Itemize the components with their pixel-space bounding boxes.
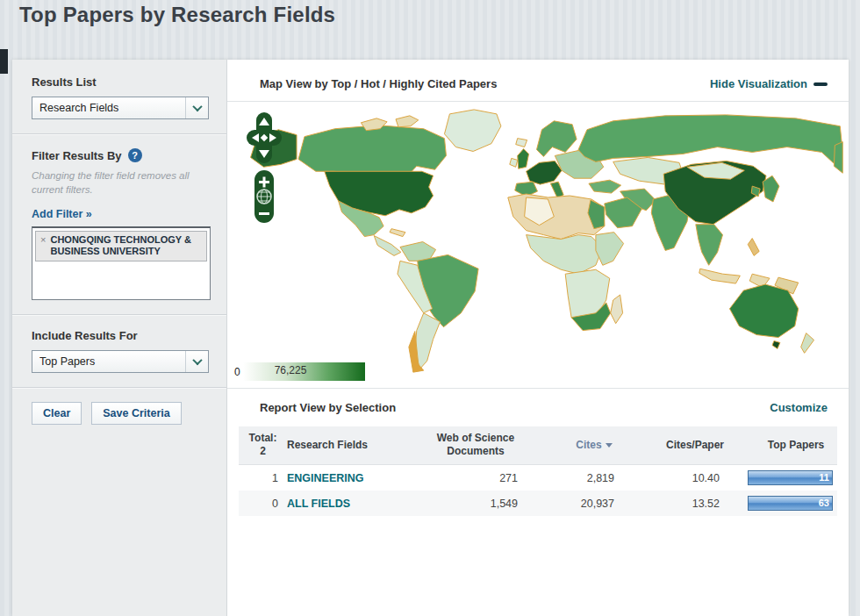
sidebar: Results List Research Fields Filter Resu…: [12, 60, 227, 616]
row-rank: 1: [239, 472, 287, 484]
filter-results-heading: Filter Results By: [32, 149, 122, 162]
field-link[interactable]: ENGINEERING: [287, 472, 364, 484]
map-view-title: Map View by Top / Hot / Highly Cited Pap…: [260, 77, 497, 90]
main-content: Map View by Top / Hot / Highly Cited Pap…: [227, 60, 849, 616]
include-results-value: Top Papers: [32, 355, 185, 368]
chevron-down-icon: [192, 102, 202, 111]
hide-visualization-link[interactable]: Hide Visualization: [710, 77, 828, 90]
column-cites-sorted[interactable]: Cites: [546, 439, 642, 452]
column-research-fields[interactable]: Research Fields: [287, 439, 405, 452]
include-results-heading: Include Results For: [32, 329, 226, 342]
cites-per-paper-value: 10.40: [642, 472, 748, 484]
wos-documents-value: 271: [405, 472, 546, 484]
map-legend: 0 76,225: [234, 362, 365, 381]
sort-desc-icon: [606, 443, 613, 448]
zoom-out-icon: [259, 212, 269, 215]
filter-note: Changing the filter field removes all cu…: [32, 169, 207, 197]
include-results-dropdown[interactable]: Top Papers: [32, 350, 209, 373]
cites-per-paper-value: 13.52: [642, 498, 748, 510]
legend-max: 76,225: [275, 364, 307, 376]
table-row[interactable]: 1 ENGINEERING 271 2,819 10.40 11: [239, 465, 837, 491]
map-navigation-controls[interactable]: [245, 112, 283, 226]
customize-label: Customize: [770, 401, 828, 414]
filter-tag[interactable]: × CHONGQING TECHNOLOGY & BUSINESS UNIVER…: [35, 231, 207, 261]
top-papers-value: 63: [819, 498, 829, 508]
dropdown-arrow-box[interactable]: [185, 351, 208, 372]
results-list-value: Research Fields: [32, 102, 185, 114]
report-view-title: Report View by Selection: [260, 401, 396, 414]
filter-tag-label: CHONGQING TECHNOLOGY & BUSINESS UNIVERSI…: [50, 234, 201, 257]
help-icon[interactable]: ?: [128, 148, 142, 162]
remove-filter-icon[interactable]: ×: [40, 234, 46, 257]
top-papers-bar[interactable]: 11: [748, 470, 833, 485]
legend-min: 0: [234, 366, 240, 378]
dropdown-arrow-box[interactable]: [185, 97, 208, 118]
cites-value: 2,819: [546, 472, 642, 484]
corner-block: [0, 49, 8, 74]
results-list-dropdown[interactable]: Research Fields: [32, 97, 209, 119]
page-title: Top Papers by Research Fields: [19, 3, 335, 27]
table-header-row: Total: 2 Research Fields Web of Science …: [239, 426, 837, 465]
legend-gradient-bar: 76,225: [243, 362, 365, 381]
top-papers-value: 11: [819, 472, 829, 483]
column-top-papers[interactable]: Top Papers: [748, 439, 844, 452]
row-rank: 0: [239, 498, 287, 510]
total-value: 2: [239, 445, 287, 458]
customize-link[interactable]: Customize: [770, 401, 828, 414]
divider: [12, 133, 226, 134]
save-criteria-button[interactable]: Save Criteria: [91, 402, 181, 425]
column-cites-per-paper[interactable]: Cites/Paper: [642, 439, 748, 452]
content-panel: Results List Research Fields Filter Resu…: [12, 60, 849, 616]
total-label: Total:: [239, 432, 287, 445]
add-filter-link[interactable]: Add Filter »: [32, 208, 92, 220]
top-papers-bar[interactable]: 63: [748, 496, 833, 511]
hide-visualization-label: Hide Visualization: [710, 77, 807, 90]
divider: [12, 314, 226, 315]
filter-box[interactable]: × CHONGQING TECHNOLOGY & BUSINESS UNIVER…: [32, 226, 211, 300]
report-table: Total: 2 Research Fields Web of Science …: [239, 426, 837, 516]
world-map-visualization[interactable]: 0 76,225: [227, 102, 849, 388]
wos-documents-value: 1,549: [405, 498, 546, 510]
column-wos-documents[interactable]: Web of Science Documents: [405, 432, 546, 458]
field-link[interactable]: ALL FIELDS: [287, 498, 350, 510]
collapse-minus-icon[interactable]: [813, 82, 828, 86]
table-row[interactable]: 0 ALL FIELDS 1,549 20,937 13.52 63: [239, 491, 837, 516]
total-header: Total: 2: [239, 432, 287, 458]
divider: [12, 387, 226, 388]
cites-value: 20,937: [546, 498, 642, 510]
cites-label: Cites: [576, 439, 601, 452]
chevron-down-icon: [192, 355, 202, 365]
world-map[interactable]: [230, 104, 844, 386]
results-list-heading: Results List: [32, 75, 226, 89]
clear-button[interactable]: Clear: [32, 402, 82, 425]
